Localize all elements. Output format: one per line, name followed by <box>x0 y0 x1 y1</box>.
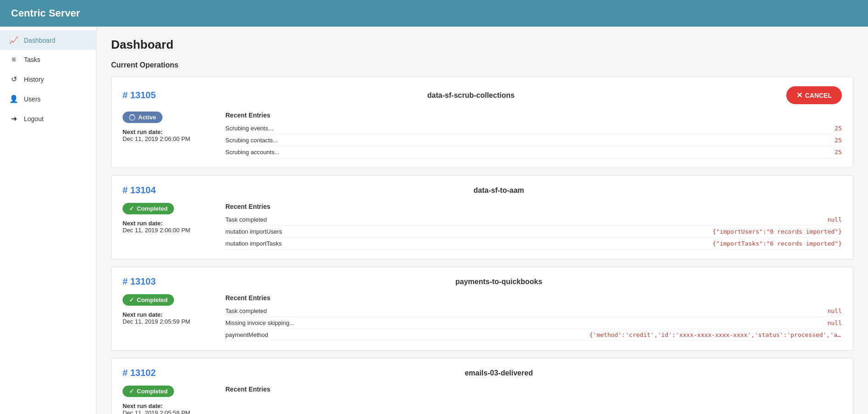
operation-card-13104: # 13104 data-sf-to-aam ✓ Completed Next … <box>111 175 853 259</box>
op-id-link-13104[interactable]: # 13104 <box>123 185 156 196</box>
op-entries-13104: Recent Entries Task completed null mutat… <box>225 203 842 250</box>
entries-title: Recent Entries <box>225 112 842 119</box>
op-entries-13102: Recent Entries <box>225 386 842 414</box>
op-id-link-13103[interactable]: # 13103 <box>123 276 156 287</box>
sidebar-label-users: Users <box>24 95 41 103</box>
status-label: Completed <box>137 388 168 395</box>
app-header: Centric Server <box>0 0 868 27</box>
entries-title: Recent Entries <box>225 203 842 210</box>
entry-row: Scrubing contacts... 25 <box>225 134 842 146</box>
entry-label: paymentMethod <box>225 331 589 338</box>
op-entries-13103: Recent Entries Task completed null Missi… <box>225 294 842 341</box>
sidebar-item-tasks[interactable]: ≡ Tasks <box>0 50 96 69</box>
entry-label: Task completed <box>225 216 828 223</box>
operations-container: # 13105 data-sf-scrub-collections ✕ CANC… <box>111 77 853 414</box>
entry-row: Scrubing events... 25 <box>225 123 842 134</box>
op-body: ✓ Completed Next run date: Dec 11, 2019 … <box>123 294 842 341</box>
next-run-label: Next run date: <box>123 403 214 409</box>
status-badge-13102: ✓ Completed <box>123 386 174 397</box>
entry-value: {'method':'credit','id':'xxxx-xxxx-xxxx-… <box>589 331 842 338</box>
status-badge-13105: Active <box>123 112 162 123</box>
sidebar-item-dashboard[interactable]: 📈 Dashboard <box>0 30 96 50</box>
entry-label: mutation importTasks <box>225 240 712 247</box>
operation-card-13105: # 13105 data-sf-scrub-collections ✕ CANC… <box>111 77 853 168</box>
entry-row: mutation importUsers {"importUsers":"0 r… <box>225 226 842 238</box>
page-title: Dashboard <box>111 38 853 52</box>
main-content: Dashboard Current Operations # 13105 dat… <box>96 27 868 414</box>
entry-label: Missing invoice skipping... <box>225 319 828 326</box>
section-title: Current Operations <box>111 61 853 69</box>
check-icon: ✓ <box>129 297 134 303</box>
op-left: ✓ Completed Next run date: Dec 11, 2019 … <box>123 386 214 414</box>
entry-label: Task completed <box>225 308 828 314</box>
cancel-x-icon: ✕ <box>796 91 802 100</box>
op-left: ✓ Completed Next run date: Dec 11, 2019 … <box>123 294 214 341</box>
operation-card-13103: # 13103 payments-to-quickbooks ✓ Complet… <box>111 267 853 351</box>
entry-value: null <box>828 308 842 314</box>
status-label: Completed <box>137 297 168 303</box>
op-name-13104: data-sf-to-aam <box>156 186 842 195</box>
entry-row: paymentMethod {'method':'credit','id':'x… <box>225 329 842 341</box>
op-header: # 13102 emails-03-delivered <box>123 368 842 378</box>
main-layout: 📈 Dashboard ≡ Tasks ↺ History 👤 Users ➜ … <box>0 27 868 414</box>
spinner-icon <box>129 114 135 121</box>
sidebar-item-logout[interactable]: ➜ Logout <box>0 109 96 129</box>
entry-row: Task completed null <box>225 214 842 226</box>
next-run-date-13102: Dec 11, 2019 2:05:58 PM <box>123 409 214 414</box>
op-left: ✓ Completed Next run date: Dec 11, 2019 … <box>123 203 214 250</box>
status-label: Active <box>138 114 156 121</box>
next-run-date-13105: Dec 11, 2019 2:06:00 PM <box>123 135 214 142</box>
entry-value: 25 <box>834 137 842 144</box>
status-badge-13104: ✓ Completed <box>123 203 174 214</box>
entry-label: mutation importUsers <box>225 228 712 235</box>
op-id-link-13105[interactable]: # 13105 <box>123 90 156 101</box>
entry-value: {"importTasks":"6 records imported"} <box>712 240 842 247</box>
op-left: Active Next run date: Dec 11, 2019 2:06:… <box>123 112 214 158</box>
history-icon: ↺ <box>9 75 18 84</box>
entry-row: Scrubing accounts... 25 <box>225 146 842 158</box>
sidebar-label-history: History <box>24 76 44 83</box>
check-icon: ✓ <box>129 205 134 212</box>
op-name-13103: payments-to-quickbooks <box>156 278 842 286</box>
entries-title: Recent Entries <box>225 386 842 393</box>
app-title: Centric Server <box>11 7 80 19</box>
dashboard-icon: 📈 <box>9 36 18 45</box>
sidebar-label-dashboard: Dashboard <box>24 37 56 44</box>
op-id-link-13102[interactable]: # 13102 <box>123 368 156 378</box>
entry-value: null <box>828 216 842 223</box>
op-header: # 13105 data-sf-scrub-collections ✕ CANC… <box>123 86 842 104</box>
next-run-date-13103: Dec 11, 2019 2:05:59 PM <box>123 318 214 325</box>
entry-value: 25 <box>834 149 842 156</box>
entry-row: mutation importTasks {"importTasks":"6 r… <box>225 238 842 250</box>
entry-row: Task completed null <box>225 305 842 317</box>
op-body: Active Next run date: Dec 11, 2019 2:06:… <box>123 112 842 158</box>
operation-card-13102: # 13102 emails-03-delivered ✓ Completed … <box>111 358 853 414</box>
entry-value: {"importUsers":"0 records imported"} <box>712 228 842 235</box>
tasks-icon: ≡ <box>9 56 18 64</box>
op-name-13102: emails-03-delivered <box>156 369 842 377</box>
op-name-13105: data-sf-scrub-collections <box>156 91 786 100</box>
next-run-label: Next run date: <box>123 220 214 227</box>
entry-label: Scrubing events... <box>225 125 834 132</box>
sidebar-item-users[interactable]: 👤 Users <box>0 89 96 109</box>
cancel-button-13105[interactable]: ✕ CANCEL <box>786 86 842 104</box>
op-body: ✓ Completed Next run date: Dec 11, 2019 … <box>123 203 842 250</box>
entry-label: Scrubing contacts... <box>225 137 834 144</box>
op-header: # 13104 data-sf-to-aam <box>123 185 842 196</box>
logout-icon: ➜ <box>9 114 18 123</box>
entries-title: Recent Entries <box>225 294 842 302</box>
status-label: Completed <box>137 205 168 212</box>
op-body: ✓ Completed Next run date: Dec 11, 2019 … <box>123 386 842 414</box>
op-entries-13105: Recent Entries Scrubing events... 25 Scr… <box>225 112 842 158</box>
check-icon: ✓ <box>129 388 134 395</box>
status-badge-13103: ✓ Completed <box>123 294 174 306</box>
next-run-label: Next run date: <box>123 311 214 318</box>
op-header: # 13103 payments-to-quickbooks <box>123 276 842 287</box>
entry-row: Missing invoice skipping... null <box>225 317 842 329</box>
cancel-label: CANCEL <box>805 92 832 99</box>
entry-value: 25 <box>834 125 842 132</box>
sidebar-label-logout: Logout <box>24 115 44 123</box>
sidebar-item-history[interactable]: ↺ History <box>0 69 96 89</box>
sidebar: 📈 Dashboard ≡ Tasks ↺ History 👤 Users ➜ … <box>0 27 96 414</box>
sidebar-label-tasks: Tasks <box>24 56 40 63</box>
